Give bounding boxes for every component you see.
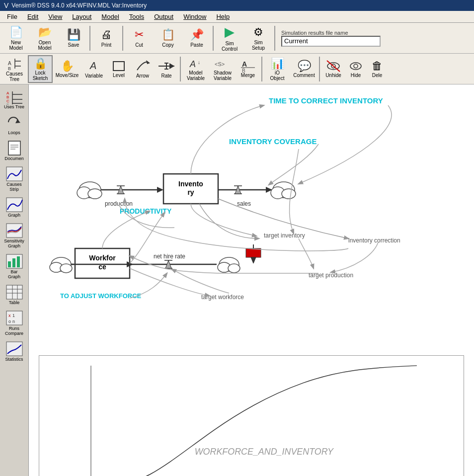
causes-tree-icon: A B C — [7, 56, 22, 71]
lock-sketch-button[interactable]: 🔒 LockSketch — [28, 55, 53, 83]
canvas-area[interactable]: TIME TO CORRECT INVENTORY INVENTORY COVE… — [29, 84, 474, 476]
model-variable-label: ModelVariable — [187, 70, 205, 81]
target-production-label: target production — [309, 272, 353, 279]
hide-button[interactable]: Hide — [346, 55, 366, 83]
cut-button[interactable]: ✂ Cut — [125, 24, 153, 52]
svg-point-23 — [350, 63, 361, 70]
cut-label: Cut — [135, 42, 143, 48]
bar-graph-label: BarGraph — [8, 269, 20, 279]
comment-label: Comment — [293, 73, 315, 78]
menu-tools[interactable]: Tools — [124, 12, 149, 21]
svg-text:1: 1 — [12, 313, 15, 318]
arrow-label: Arrow — [136, 73, 149, 79]
sidebar-item-runs-compare[interactable]: x 1 o n RunsCompare — [1, 308, 27, 338]
menu-output[interactable]: Output — [149, 12, 178, 21]
new-model-button[interactable]: 📄 NewModel — [2, 24, 30, 52]
model-variable-button[interactable]: A ↓ ModelVariable — [183, 55, 209, 83]
sidebar-item-uses-tree[interactable]: A B C D E Uses Tree — [1, 86, 27, 111]
menu-file[interactable]: File — [2, 12, 22, 21]
print-button[interactable]: 🖨 Print — [92, 24, 120, 52]
rate-button[interactable]: Rate — [155, 55, 178, 83]
svg-marker-8 — [146, 60, 150, 64]
sim-control-button[interactable]: ▶ SimControl — [216, 24, 243, 52]
sidebar-item-bar-graph[interactable]: BarGraph — [1, 251, 27, 281]
sidebar-item-statistics[interactable]: Statistics — [1, 339, 27, 364]
comment-button[interactable]: 💬 Comment — [291, 55, 317, 83]
io-object-button[interactable]: 📊 iOObject — [264, 55, 290, 83]
svg-text:B: B — [242, 68, 245, 73]
sim-setup-button[interactable]: ⚙ SimSetup — [244, 24, 272, 52]
svg-text:A: A — [189, 59, 196, 69]
divider1 — [89, 26, 90, 51]
move-size-button[interactable]: ✋ Move/Size — [54, 55, 80, 83]
svg-rect-57 — [30, 84, 473, 353]
causes-tree-button[interactable]: A B C CausesTree — [2, 55, 27, 83]
merge-button[interactable]: A B Merge — [237, 55, 259, 83]
open-model-button[interactable]: 📂 OpenModel — [31, 24, 59, 52]
svg-text:A: A — [242, 60, 247, 68]
sim-results-input[interactable]: Currrent — [281, 36, 381, 47]
new-model-icon: 📄 — [9, 26, 23, 39]
svg-marker-34 — [15, 119, 20, 123]
svg-rect-44 — [12, 258, 15, 267]
svg-rect-46 — [6, 285, 22, 299]
paste-button[interactable]: 📌 Paste — [183, 24, 211, 52]
save-icon: 💾 — [67, 28, 80, 41]
menu-layout[interactable]: Layout — [67, 12, 96, 21]
svg-rect-84 — [71, 356, 431, 476]
menu-view[interactable]: View — [43, 12, 67, 21]
causes-tree-label: CausesTree — [6, 71, 23, 82]
menu-edit[interactable]: Edit — [22, 12, 43, 21]
target-workforce-label: target workforce — [201, 294, 244, 301]
io-object-label: iOObject — [270, 70, 285, 81]
sidebar-item-documen[interactable]: Documen — [1, 138, 27, 163]
svg-text:<S>: <S> — [215, 61, 225, 67]
titlebar: V Vensim® DSS 9.4.0 x64:WFINV.MDL Var:In… — [0, 0, 474, 11]
arrow-icon — [135, 59, 150, 73]
move-size-label: Move/Size — [56, 73, 79, 78]
sidebar-item-causes-strip[interactable]: CausesStrip — [1, 164, 27, 194]
divider3 — [213, 26, 214, 51]
time-to-correct-label: TIME TO CORRECT INVENTORY — [269, 96, 383, 105]
variable-button[interactable]: A Variable — [81, 55, 106, 83]
svg-marker-10 — [169, 63, 174, 69]
save-button[interactable]: 💾 Save — [60, 24, 87, 52]
sidebar-item-sensitivity-graph[interactable]: SensitivityGraph — [1, 221, 27, 250]
toolbar2: A B C CausesTree 🔒 LockSketch ✋ Move/Siz… — [0, 54, 474, 84]
menu-help[interactable]: Help — [211, 12, 235, 21]
table-label: Table — [9, 300, 20, 305]
delete-label: Dele — [372, 73, 383, 78]
sidebar-item-table[interactable]: Table — [1, 282, 27, 307]
svg-text:o: o — [8, 319, 11, 324]
variable-icon: A — [86, 59, 102, 73]
shadow-variable-button[interactable]: <S> ShadowVariable — [210, 55, 236, 83]
sim-setup-label: SimSetup — [252, 40, 265, 51]
comment-icon: 💬 — [298, 60, 311, 73]
statistics-icon — [5, 341, 23, 357]
unhide-icon — [326, 60, 341, 73]
uses-tree-label: Uses Tree — [4, 104, 24, 109]
cut-icon: ✂ — [135, 28, 144, 41]
io-object-icon: 📊 — [271, 57, 284, 70]
menu-model[interactable]: Model — [96, 12, 124, 21]
shadow-variable-icon: <S> — [214, 57, 232, 70]
level-button[interactable]: Level — [107, 55, 130, 83]
unhide-button[interactable]: Unhide — [322, 55, 345, 83]
copy-button[interactable]: 📋 Copy — [154, 24, 182, 52]
variable-label: Variable — [85, 73, 103, 79]
workforce-text1: Workfor — [89, 254, 116, 262]
toolbar1: 📄 NewModel 📂 OpenModel 💾 Save 🖨 Print ✂ … — [0, 23, 474, 54]
svg-point-61 — [282, 189, 296, 199]
open-model-label: OpenModel — [38, 40, 51, 51]
arrow-button[interactable]: Arrow — [131, 55, 154, 83]
delete-button[interactable]: 🗑 Dele — [367, 55, 388, 83]
productivity-label: PRODUCTIVITY — [120, 207, 172, 215]
inventory-coverage-label: INVENTORY COVERAGE — [229, 137, 316, 146]
copy-label: Copy — [162, 42, 173, 48]
documen-label: Documen — [4, 156, 24, 161]
svg-point-65 — [228, 264, 240, 273]
sidebar-item-graph[interactable]: Graph — [1, 195, 27, 220]
sidebar-item-loops[interactable]: Loops — [1, 112, 27, 137]
divider2 — [122, 26, 123, 51]
menu-window[interactable]: Window — [178, 12, 211, 21]
